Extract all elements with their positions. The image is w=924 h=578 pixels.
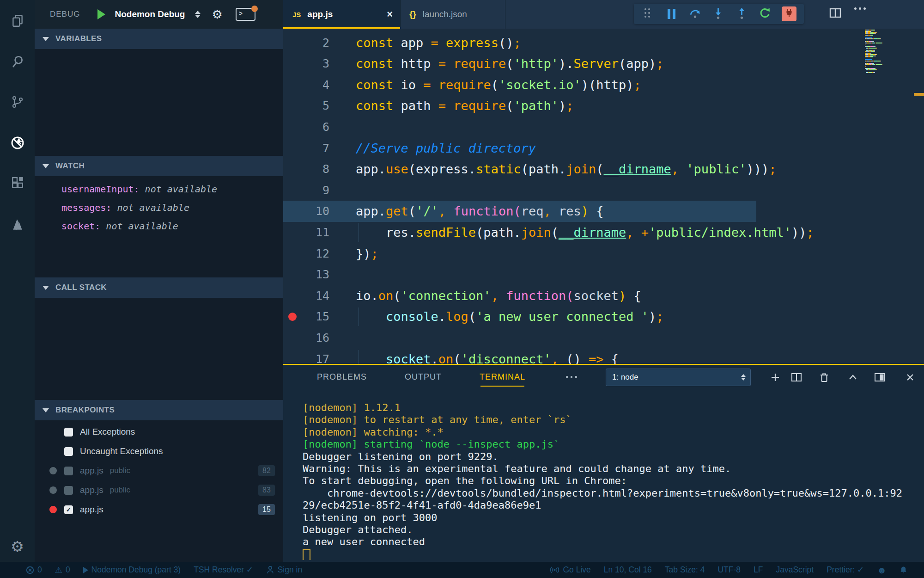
terminal-select[interactable]: 1: node <box>606 369 751 386</box>
section-header-call-stack[interactable]: CALL STACK <box>35 277 283 298</box>
code-line[interactable]: 15 console.log('a new user connected '); <box>283 306 924 327</box>
status-item-go-live[interactable]: Go Live <box>543 565 597 575</box>
split-editor-icon[interactable] <box>829 7 841 18</box>
panel-toggle-icon[interactable] <box>874 371 886 383</box>
breakpoint-checkbox[interactable] <box>64 467 73 475</box>
code-line[interactable]: 10app.get('/', function(req, res) { <box>283 201 924 222</box>
code-line[interactable]: 11 res.sendFile(path.join(__dirname, +'p… <box>283 222 924 243</box>
status-item-0[interactable]: 0 <box>19 565 49 575</box>
section-header-watch[interactable]: WATCH <box>35 156 283 176</box>
status-item-prettier[interactable]: Prettier: ✓ <box>820 565 870 575</box>
code-line[interactable]: 16 <box>283 327 924 349</box>
split-icon[interactable] <box>790 371 802 383</box>
code-line[interactable]: 2const app = express(); <box>283 32 924 54</box>
activity-item-search[interactable] <box>0 47 35 76</box>
status-item-0[interactable]: ⚠0 <box>49 565 77 575</box>
status-item-tab-size-4[interactable]: Tab Size: 4 <box>658 565 711 575</box>
code-editor[interactable]: 1const express = require('express');2con… <box>283 0 924 364</box>
breakpoint-row[interactable]: Uncaught Exceptions <box>35 442 283 461</box>
panel-tab-terminal[interactable]: TERMINAL <box>480 372 525 382</box>
panel-tab-output[interactable]: OUTPUT <box>405 372 442 382</box>
line-number[interactable]: 10 <box>283 201 329 222</box>
code-line[interactable]: 12}); <box>283 243 924 264</box>
status-item-tsh-resolver[interactable]: TSH Resolver ✓ <box>187 565 259 575</box>
variables-body[interactable] <box>35 49 283 156</box>
code-line[interactable]: 7//Serve public directory <box>283 138 924 159</box>
status-item-ln-10-col-16[interactable]: Ln 10, Col 16 <box>597 565 658 575</box>
line-number[interactable]: 6 <box>283 117 329 138</box>
breakpoint-checkbox[interactable]: ✓ <box>64 505 73 514</box>
more-actions-icon[interactable] <box>854 7 866 10</box>
activity-item-source-control[interactable] <box>0 88 35 117</box>
code-line[interactable]: 5const path = require('path'); <box>283 95 924 117</box>
line-number[interactable]: 5 <box>283 95 329 117</box>
step-out-button[interactable] <box>735 7 749 21</box>
line-number[interactable]: 17 <box>283 349 329 364</box>
breakpoint-row[interactable]: app.jspublic83 <box>35 480 283 500</box>
line-number[interactable]: 16 <box>283 327 329 349</box>
debug-console-icon[interactable]: > <box>236 8 255 21</box>
watch-expression[interactable]: usernameInput: not available <box>35 180 283 198</box>
trash-icon[interactable] <box>818 371 830 383</box>
breakpoint-checkbox[interactable] <box>64 447 73 456</box>
call-stack-body[interactable] <box>35 298 283 400</box>
line-number[interactable]: 4 <box>283 74 329 96</box>
chevron-up-icon[interactable] <box>847 371 859 383</box>
terminal-output[interactable]: [nodemon] 1.12.1[nodemon] to restart at … <box>303 402 912 560</box>
breakpoint-row[interactable]: ✓app.js15 <box>35 500 283 519</box>
line-number[interactable]: 11 <box>283 222 329 243</box>
tab-launch-json[interactable]: {}launch.json <box>400 0 505 29</box>
code-line[interactable]: 9 <box>283 180 924 201</box>
line-number[interactable]: 15 <box>283 306 329 327</box>
close-icon[interactable] <box>904 371 916 383</box>
code-line[interactable]: 8app.use(express.static(path.join(__dirn… <box>283 159 924 180</box>
status-item-utf-8[interactable]: UTF-8 <box>711 565 747 575</box>
status-item-sign-in[interactable]: Sign in <box>260 565 309 575</box>
code-line[interactable]: 6 <box>283 117 924 138</box>
panel-more-icon[interactable] <box>566 376 577 378</box>
configure-gear-icon[interactable]: ⚙ <box>212 7 222 22</box>
line-number[interactable]: 7 <box>283 138 329 159</box>
status-item-lf[interactable]: LF <box>747 565 769 575</box>
breakpoint-checkbox[interactable] <box>64 486 73 495</box>
status-item-bell-icon[interactable] <box>893 566 914 574</box>
breakpoint-row[interactable]: All Exceptions <box>35 422 283 442</box>
step-over-button[interactable] <box>688 7 702 21</box>
tab-app-js[interactable]: JSapp.js× <box>283 0 401 29</box>
line-number[interactable]: 12 <box>283 243 329 264</box>
code-line[interactable]: 17 socket.on('disconnect', () => { <box>283 349 924 364</box>
step-into-button[interactable] <box>711 7 725 21</box>
code-line[interactable]: 4const io = require('socket.io')(http); <box>283 74 924 96</box>
tab-close-icon[interactable]: × <box>387 8 393 20</box>
section-header-breakpoints[interactable]: BREAKPOINTS <box>35 400 283 420</box>
status-item-nodemon-debug-part-3[interactable]: Nodemon Debug (part 3) <box>77 565 188 575</box>
start-debugging-button[interactable] <box>97 9 105 19</box>
debug-config-select[interactable]: Nodemon Debug <box>115 9 185 19</box>
disconnect-button[interactable] <box>782 6 796 21</box>
code-line[interactable]: 13 <box>283 264 924 285</box>
line-number[interactable]: 2 <box>283 32 329 54</box>
minimap[interactable] <box>865 30 909 74</box>
activity-item-explorer[interactable] <box>0 6 35 35</box>
watch-expression[interactable]: socket: not available <box>35 217 283 235</box>
drag-grip-button[interactable] <box>641 7 655 21</box>
settings-gear-icon[interactable]: ⚙ <box>0 538 35 555</box>
breakpoint-row[interactable]: app.jspublic82 <box>35 461 283 480</box>
line-number[interactable]: 3 <box>283 53 329 74</box>
line-number[interactable]: 9 <box>283 180 329 201</box>
status-item-smiley-icon[interactable]: ☻ <box>870 566 893 574</box>
activity-item-extensions[interactable] <box>0 169 35 198</box>
breakpoint-checkbox[interactable] <box>64 428 73 437</box>
watch-expression[interactable]: messages: not available <box>35 198 283 217</box>
activity-item-debug[interactable] <box>0 129 35 157</box>
line-number[interactable]: 13 <box>283 264 329 285</box>
section-header-variables[interactable]: VARIABLES <box>35 29 283 49</box>
code-line[interactable]: 3const http = require('http').Server(app… <box>283 53 924 74</box>
chevron-updown-icon[interactable] <box>195 11 201 18</box>
pause-button[interactable] <box>665 7 679 21</box>
add-icon[interactable] <box>769 371 781 383</box>
restart-button[interactable] <box>758 7 772 21</box>
code-line[interactable]: 14io.on('connection', function(socket) { <box>283 285 924 307</box>
panel-tab-problems[interactable]: PROBLEMS <box>317 372 367 382</box>
line-number[interactable]: 14 <box>283 285 329 307</box>
